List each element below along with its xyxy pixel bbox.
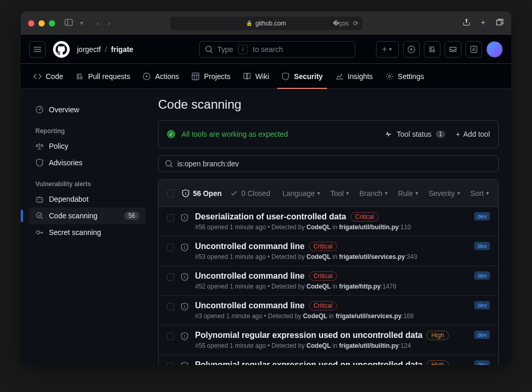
tab-projects[interactable]: Projects [187,69,235,84]
content: Code scanning ✓ All tools are working as… [154,89,511,365]
tab-security[interactable]: Security [277,69,327,84]
tab-actions[interactable]: Actions [138,69,183,84]
inbox-button[interactable] [445,41,461,58]
shield-icon [180,243,189,254]
severity-badge: Critical [309,242,338,251]
add-tool-button[interactable]: + Add tool [456,130,490,138]
sidebar-toggle-icon[interactable] [64,18,73,28]
traffic-lights[interactable] [28,20,55,27]
sidebar-item-policy[interactable]: Policy [29,138,146,154]
minimize-window[interactable] [38,20,45,27]
tool-status-button[interactable]: Tool status 1 [384,130,446,138]
play-icon [142,72,151,81]
tab-code[interactable]: Code [29,69,67,84]
alert-row[interactable]: Uncontrolled command lineCritical#52 ope… [159,266,498,296]
filter-sort[interactable]: Sort▼ [470,189,490,198]
sidebar-item-secret-scanning[interactable]: Secret scanning [29,224,146,241]
severity-badge: Critical [351,212,379,221]
shield-icon [180,332,189,343]
refresh-icon[interactable]: ⟳ [353,20,358,27]
gear-icon [385,72,394,81]
repo-link[interactable]: frigate [111,45,134,54]
global-search[interactable]: Type / to search [199,41,355,58]
filter-input[interactable]: is:open branch:dev [158,155,499,172]
alert-meta: #56 opened 1 minute ago • Detected by Co… [195,224,464,231]
shield-icon [35,159,44,167]
svg-point-8 [388,75,391,77]
repo-nav: CodePull requestsActionsProjectsWikiSecu… [21,64,511,89]
open-filter[interactable]: 56 Open [181,189,222,198]
breadcrumb: jorgectf / frigate [77,45,133,54]
row-checkbox[interactable] [167,244,174,251]
severity-badge: Critical [309,301,338,310]
meter-icon [35,106,44,114]
filter-branch[interactable]: Branch▼ [359,189,388,198]
svg-rect-7 [192,73,199,80]
menu-button[interactable] [29,41,46,58]
book-icon [243,72,251,81]
sidebar-item-code-scanning[interactable]: Code scanning56 [29,207,146,224]
add-dropdown[interactable]: +▼ [376,41,399,58]
row-checkbox[interactable] [167,362,174,365]
pull-requests-button[interactable] [424,41,440,58]
github-logo[interactable] [53,41,70,58]
branch-badge: dev [474,301,490,309]
row-checkbox[interactable] [167,333,174,340]
svg-rect-2 [497,20,501,25]
filter-rule[interactable]: Rule▼ [398,189,419,198]
severity-badge: High [426,331,449,340]
shield-icon [180,303,189,313]
alert-row[interactable]: Polynomial regular expression used on un… [159,325,498,355]
sidebar-heading: Vulnerability alerts [35,180,139,188]
tabs-icon[interactable] [496,18,504,28]
code-icon [33,72,42,81]
reader-icon[interactable]: �ços [333,20,349,27]
status-message: All tools are working as expected [181,130,288,138]
row-checkbox[interactable] [167,303,174,310]
tab-insights[interactable]: Insights [331,69,377,84]
user-avatar[interactable] [486,41,503,58]
svg-point-15 [36,231,40,234]
row-checkbox[interactable] [167,214,174,221]
alert-row[interactable]: Uncontrolled command lineCritical#3 open… [159,296,498,325]
select-all-checkbox[interactable] [167,190,174,197]
tab-settings[interactable]: Settings [381,69,429,84]
sidebar-item-overview[interactable]: Overview [29,101,146,118]
url-bar[interactable]: 🔒 github.com �ços⟳ [170,17,362,30]
svg-point-19 [184,276,185,277]
tab-wiki[interactable]: Wiki [239,69,273,84]
close-window[interactable] [28,20,34,27]
sidebar-item-advisories[interactable]: Advisories [29,154,146,171]
back-button[interactable]: ‹ [97,20,99,27]
row-checkbox[interactable] [167,273,174,281]
tab-pull-requests[interactable]: Pull requests [71,69,134,84]
check-icon: ✓ [167,130,175,138]
branch-badge: dev [474,331,490,339]
sidebar-item-dependabot[interactable]: Dependabot [29,191,146,207]
filter-severity[interactable]: Severity▼ [429,189,461,198]
filter-language[interactable]: Language▼ [282,189,321,198]
forward-button[interactable]: › [108,20,110,27]
command-button[interactable] [465,41,482,58]
svg-point-4 [410,48,412,50]
alert-row[interactable]: Polynomial regular expression used on un… [159,355,498,365]
branch-badge: dev [474,242,490,250]
alert-row[interactable]: Uncontrolled command lineCritical#53 ope… [159,237,498,266]
svg-point-13 [41,199,42,200]
alert-row[interactable]: Deserialization of user-controlled dataC… [159,207,498,237]
alert-title: Uncontrolled command line [195,301,305,310]
alert-meta: #55 opened 1 minute ago • Detected by Co… [195,342,464,349]
new-tab-icon[interactable]: + [481,18,485,28]
maximize-window[interactable] [49,20,55,27]
svg-point-12 [38,199,39,200]
count-badge: 56 [124,212,139,220]
filter-tool[interactable]: Tool▼ [330,189,350,198]
check-icon [230,189,238,198]
owner-link[interactable]: jorgectf [77,45,101,54]
share-icon[interactable] [462,18,471,28]
closed-filter[interactable]: 0 Closed [230,189,270,198]
chevron-down-icon[interactable]: ▼ [79,20,84,26]
law-icon [35,142,44,150]
issues-button[interactable] [403,41,420,58]
alert-title: Uncontrolled command line [195,242,305,251]
